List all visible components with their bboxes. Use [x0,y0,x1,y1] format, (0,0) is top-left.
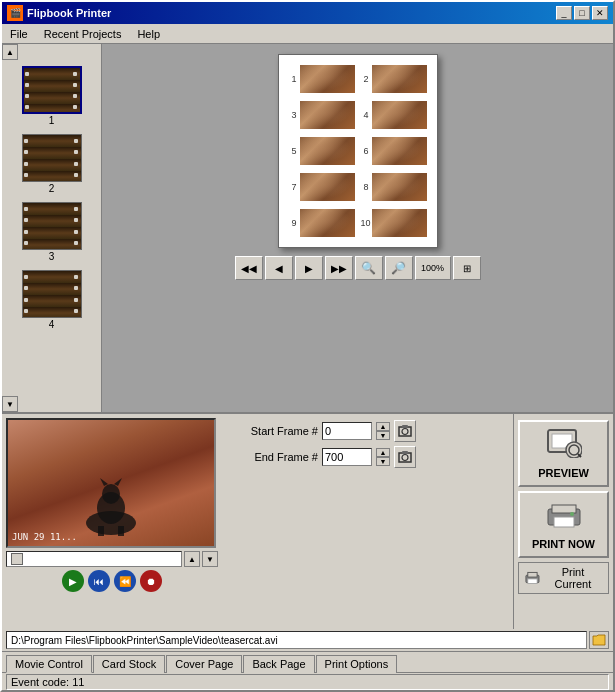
svg-rect-20 [554,517,574,527]
maximize-button[interactable]: □ [574,6,590,20]
svg-rect-19 [552,505,576,513]
menu-file[interactable]: File [6,27,32,41]
nav-prev-button[interactable]: ◀ [265,256,293,280]
page-cell-9: 9 [289,209,355,237]
film-holes-right-2 [74,135,80,181]
film-hole [24,230,28,234]
video-controls: ▶ ⏮ ⏪ ⏺ [6,570,218,592]
folder-icon [592,634,606,646]
thumbnail-item-3[interactable]: 3 [20,200,84,264]
svg-rect-23 [528,572,537,577]
film-hole [24,150,28,154]
nav-last-button[interactable]: ▶▶ [325,256,353,280]
film-holes-left-4 [24,271,30,317]
preview-button[interactable]: PREVIEW [518,420,609,487]
svg-rect-24 [528,579,537,584]
video-panel: JUN 29 11... ▲ ▼ ▶ ⏮ ⏪ ⏺ [2,414,222,629]
film-hole [73,105,77,109]
end-frame-input[interactable] [322,448,372,466]
film-hole [24,139,28,143]
status-bar: Event code: 11 [2,672,613,690]
video-prev-button[interactable]: ⏪ [114,570,136,592]
camera-icon-2 [398,450,412,464]
film-holes-right-3 [74,203,80,249]
nav-first-button[interactable]: ◀◀ [235,256,263,280]
slider-scroll-down[interactable]: ▼ [202,551,218,567]
print-current-icon [525,570,540,586]
film-hole [73,83,77,87]
zoom-in-button[interactable]: 🔍 [355,256,383,280]
end-frame-spinner: ▲ ▼ [376,448,390,466]
cell-num-5: 5 [289,146,297,156]
end-frame-spin-up[interactable]: ▲ [376,448,390,457]
svg-marker-4 [114,478,122,486]
zoom-out-button[interactable]: 🔎 [385,256,413,280]
cell-image-5 [300,137,355,165]
film-hole [74,230,78,234]
thumbnail-item-4[interactable]: 4 [20,268,84,332]
slider-thumb [11,553,23,565]
menu-recent-projects[interactable]: Recent Projects [40,27,126,41]
thumbnail-label-2: 2 [49,183,55,194]
print-now-button[interactable]: PRINT NOW [518,491,609,558]
nav-play-button[interactable]: ▶ [295,256,323,280]
end-frame-label: End Frame # [228,451,318,463]
film-holes-right-4 [74,271,80,317]
scroll-down-arrow[interactable]: ▼ [2,396,18,412]
tab-cover-page[interactable]: Cover Page [166,655,242,673]
start-frame-spin-down[interactable]: ▼ [376,431,390,440]
film-hole [24,286,28,290]
right-controls: Start Frame # ▲ ▼ [222,414,513,629]
cell-image-1 [300,65,355,93]
zoom-level-button[interactable]: 100% [415,256,451,280]
start-frame-spin-up[interactable]: ▲ [376,422,390,431]
start-frame-input[interactable] [322,422,372,440]
start-frame-icon-button[interactable] [394,420,416,442]
scroll-up-arrow[interactable]: ▲ [2,44,18,60]
end-frame-row: End Frame # ▲ ▼ [228,446,507,468]
film-hole [25,72,29,76]
video-play-button[interactable]: ▶ [62,570,84,592]
cat-silhouette [76,478,146,538]
page-cell-6: 6 [361,137,427,165]
thumbnail-item-1[interactable]: 1 [20,64,84,128]
film-hole [24,218,28,222]
cell-image-2 [372,65,427,93]
film-hole [73,94,77,98]
film-hole [74,150,78,154]
menu-help[interactable]: Help [133,27,164,41]
fit-page-button[interactable]: ⊞ [453,256,481,280]
cell-num-4: 4 [361,110,369,120]
film-hole [74,309,78,313]
thumbnail-label-4: 4 [49,319,55,330]
video-stop-button[interactable]: ⏺ [140,570,162,592]
filepath-input[interactable] [6,631,587,649]
film-hole [24,298,28,302]
page-cell-1: 1 [289,65,355,93]
print-current-button[interactable]: Print Current [518,562,609,594]
end-frame-spin-down[interactable]: ▼ [376,457,390,466]
end-frame-icon-button[interactable] [394,446,416,468]
slider-row: ▲ ▼ [6,551,218,567]
minimize-button[interactable]: _ [556,6,572,20]
cell-num-2: 2 [361,74,369,84]
video-rewind-button[interactable]: ⏮ [88,570,110,592]
thumbnail-panel: ▲ [2,44,102,412]
cell-image-7 [300,173,355,201]
film-hole [25,94,29,98]
tab-movie-control[interactable]: Movie Control [6,655,92,673]
close-button[interactable]: ✕ [592,6,608,20]
browse-button[interactable] [589,631,609,649]
tab-card-stock[interactable]: Card Stock [93,655,165,673]
print-now-button-label: PRINT NOW [532,538,595,550]
menu-bar: File Recent Projects Help [2,24,613,44]
main-window: 🎬 Flipbook Printer _ □ ✕ File Recent Pro… [0,0,615,692]
video-preview: JUN 29 11... [6,418,216,548]
tab-back-page[interactable]: Back Page [243,655,314,673]
slider-scroll-up[interactable]: ▲ [184,551,200,567]
page-cell-3: 3 [289,101,355,129]
video-slider[interactable] [6,551,182,567]
tab-print-options[interactable]: Print Options [316,655,398,673]
print-icon [546,499,582,535]
thumbnail-item-2[interactable]: 2 [20,132,84,196]
